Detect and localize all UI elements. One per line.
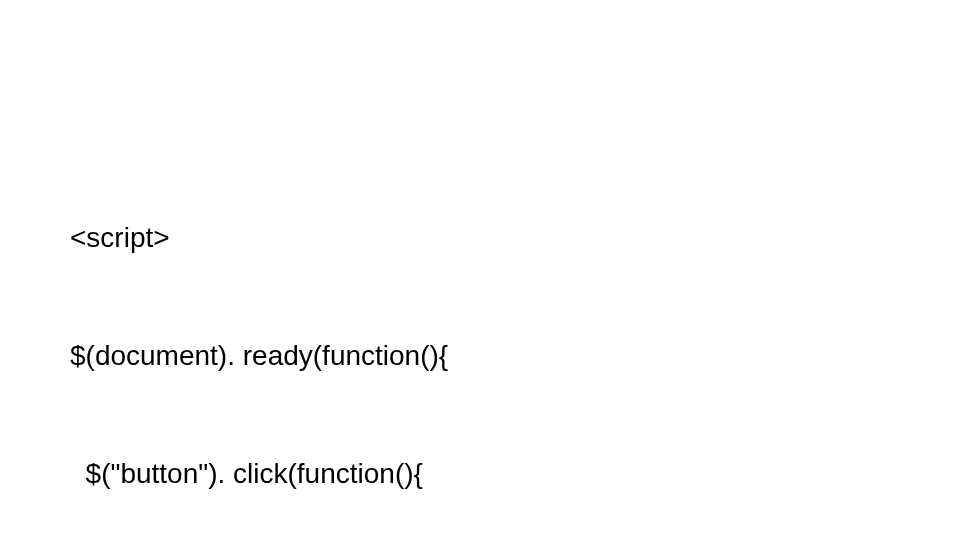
slide: <script> $(document). ready(function(){ …: [0, 0, 960, 540]
code-block: <script> $(document). ready(function(){ …: [70, 140, 448, 540]
code-line: <script>: [70, 218, 448, 257]
code-line: $("button"). click(function(){: [70, 454, 448, 493]
code-line: $(document). ready(function(){: [70, 336, 448, 375]
